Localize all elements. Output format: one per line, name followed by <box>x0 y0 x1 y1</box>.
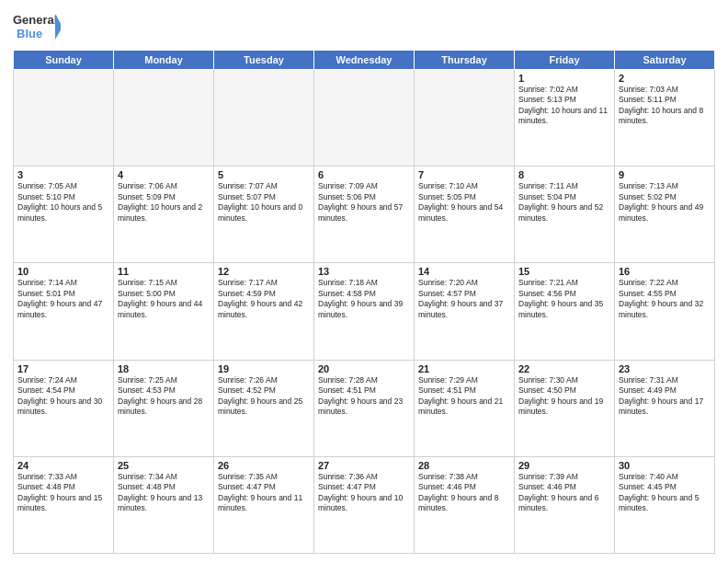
day-number: 1 <box>518 73 610 84</box>
day-number: 23 <box>619 363 711 374</box>
calendar-cell: 6Sunrise: 7:09 AM Sunset: 5:06 PM Daylig… <box>314 167 415 263</box>
day-number: 10 <box>17 266 109 277</box>
day-info: Sunrise: 7:09 AM Sunset: 5:06 PM Dayligh… <box>318 181 410 224</box>
calendar-cell: 20Sunrise: 7:28 AM Sunset: 4:51 PM Dayli… <box>314 360 415 456</box>
day-number: 27 <box>318 460 410 471</box>
calendar-cell: 30Sunrise: 7:40 AM Sunset: 4:45 PM Dayli… <box>615 456 715 553</box>
svg-marker-2 <box>55 14 61 40</box>
day-info: Sunrise: 7:06 AM Sunset: 5:09 PM Dayligh… <box>118 181 210 224</box>
svg-text:Blue: Blue <box>17 27 42 40</box>
day-info: Sunrise: 7:02 AM Sunset: 5:13 PM Dayligh… <box>518 85 610 127</box>
day-info: Sunrise: 7:15 AM Sunset: 5:00 PM Dayligh… <box>118 278 210 320</box>
day-number: 20 <box>318 363 410 374</box>
calendar-cell: 4Sunrise: 7:06 AM Sunset: 5:09 PM Daylig… <box>114 167 214 263</box>
day-info: Sunrise: 7:34 AM Sunset: 4:48 PM Dayligh… <box>118 472 210 514</box>
calendar-week-1: 1Sunrise: 7:02 AM Sunset: 5:13 PM Daylig… <box>14 70 715 167</box>
calendar-cell: 5Sunrise: 7:07 AM Sunset: 5:07 PM Daylig… <box>214 167 314 263</box>
calendar-cell: 24Sunrise: 7:33 AM Sunset: 4:48 PM Dayli… <box>14 456 114 553</box>
day-info: Sunrise: 7:38 AM Sunset: 4:46 PM Dayligh… <box>418 472 510 514</box>
calendar-cell: 22Sunrise: 7:30 AM Sunset: 4:50 PM Dayli… <box>515 360 615 456</box>
calendar-week-3: 10Sunrise: 7:14 AM Sunset: 5:01 PM Dayli… <box>14 263 715 360</box>
day-info: Sunrise: 7:07 AM Sunset: 5:07 PM Dayligh… <box>218 181 310 224</box>
calendar-cell: 25Sunrise: 7:34 AM Sunset: 4:48 PM Dayli… <box>114 456 214 553</box>
calendar-cell: 1Sunrise: 7:02 AM Sunset: 5:13 PM Daylig… <box>515 70 615 167</box>
weekday-header-saturday: Saturday <box>615 51 715 70</box>
day-number: 12 <box>218 266 310 277</box>
calendar-cell: 10Sunrise: 7:14 AM Sunset: 5:01 PM Dayli… <box>14 263 114 360</box>
day-number: 29 <box>518 460 610 471</box>
calendar-cell: 14Sunrise: 7:20 AM Sunset: 4:57 PM Dayli… <box>415 263 515 360</box>
day-number: 3 <box>17 169 109 180</box>
calendar-cell: 21Sunrise: 7:29 AM Sunset: 4:51 PM Dayli… <box>415 360 515 456</box>
calendar-cell: 29Sunrise: 7:39 AM Sunset: 4:46 PM Dayli… <box>515 456 615 553</box>
day-info: Sunrise: 7:28 AM Sunset: 4:51 PM Dayligh… <box>318 375 410 418</box>
day-info: Sunrise: 7:29 AM Sunset: 4:51 PM Dayligh… <box>418 375 510 418</box>
day-info: Sunrise: 7:24 AM Sunset: 4:54 PM Dayligh… <box>17 375 109 418</box>
day-number: 7 <box>418 169 510 180</box>
day-number: 28 <box>418 460 510 471</box>
calendar-cell: 18Sunrise: 7:25 AM Sunset: 4:53 PM Dayli… <box>114 360 214 456</box>
calendar-cell <box>214 70 314 167</box>
day-number: 4 <box>118 169 210 180</box>
svg-text:General: General <box>13 13 57 27</box>
calendar-week-5: 24Sunrise: 7:33 AM Sunset: 4:48 PM Dayli… <box>14 456 715 553</box>
day-info: Sunrise: 7:21 AM Sunset: 4:56 PM Dayligh… <box>518 278 610 320</box>
day-info: Sunrise: 7:25 AM Sunset: 4:53 PM Dayligh… <box>118 375 210 418</box>
day-info: Sunrise: 7:13 AM Sunset: 5:02 PM Dayligh… <box>619 181 711 224</box>
weekday-header-sunday: Sunday <box>14 51 114 70</box>
logo-text: General Blue <box>13 9 61 44</box>
weekday-header-row: SundayMondayTuesdayWednesdayThursdayFrid… <box>14 51 715 70</box>
day-info: Sunrise: 7:14 AM Sunset: 5:01 PM Dayligh… <box>17 278 109 320</box>
day-info: Sunrise: 7:20 AM Sunset: 4:57 PM Dayligh… <box>418 278 510 320</box>
day-number: 30 <box>619 460 711 471</box>
day-info: Sunrise: 7:33 AM Sunset: 4:48 PM Dayligh… <box>17 472 109 514</box>
day-number: 9 <box>619 169 711 180</box>
day-number: 2 <box>619 73 711 84</box>
calendar-week-2: 3Sunrise: 7:05 AM Sunset: 5:10 PM Daylig… <box>14 167 715 263</box>
calendar-cell: 28Sunrise: 7:38 AM Sunset: 4:46 PM Dayli… <box>415 456 515 553</box>
day-info: Sunrise: 7:26 AM Sunset: 4:52 PM Dayligh… <box>218 375 310 418</box>
day-number: 16 <box>619 266 711 277</box>
day-number: 24 <box>17 460 109 471</box>
day-info: Sunrise: 7:17 AM Sunset: 4:59 PM Dayligh… <box>218 278 310 320</box>
weekday-header-friday: Friday <box>515 51 615 70</box>
page: General Blue SundayMondayTuesdayWednesda… <box>0 0 728 563</box>
calendar-cell: 7Sunrise: 7:10 AM Sunset: 5:05 PM Daylig… <box>415 167 515 263</box>
day-info: Sunrise: 7:22 AM Sunset: 4:55 PM Dayligh… <box>619 278 711 320</box>
weekday-header-tuesday: Tuesday <box>214 51 314 70</box>
calendar-cell: 8Sunrise: 7:11 AM Sunset: 5:04 PM Daylig… <box>515 167 615 263</box>
weekday-header-wednesday: Wednesday <box>314 51 415 70</box>
day-number: 25 <box>118 460 210 471</box>
weekday-header-thursday: Thursday <box>415 51 515 70</box>
calendar-cell: 19Sunrise: 7:26 AM Sunset: 4:52 PM Dayli… <box>214 360 314 456</box>
day-number: 26 <box>218 460 310 471</box>
day-number: 19 <box>218 363 310 374</box>
calendar-cell: 9Sunrise: 7:13 AM Sunset: 5:02 PM Daylig… <box>615 167 715 263</box>
day-info: Sunrise: 7:35 AM Sunset: 4:47 PM Dayligh… <box>218 472 310 514</box>
header: General Blue <box>13 9 715 44</box>
day-number: 17 <box>17 363 109 374</box>
calendar-cell <box>415 70 515 167</box>
day-number: 6 <box>318 169 410 180</box>
day-info: Sunrise: 7:31 AM Sunset: 4:49 PM Dayligh… <box>619 375 711 418</box>
calendar-cell: 23Sunrise: 7:31 AM Sunset: 4:49 PM Dayli… <box>615 360 715 456</box>
calendar-cell: 26Sunrise: 7:35 AM Sunset: 4:47 PM Dayli… <box>214 456 314 553</box>
day-info: Sunrise: 7:10 AM Sunset: 5:05 PM Dayligh… <box>418 181 510 224</box>
day-number: 8 <box>518 169 610 180</box>
calendar-cell <box>14 70 114 167</box>
day-info: Sunrise: 7:03 AM Sunset: 5:11 PM Dayligh… <box>619 85 711 127</box>
calendar-table: SundayMondayTuesdayWednesdayThursdayFrid… <box>13 50 715 554</box>
calendar-cell <box>114 70 214 167</box>
day-info: Sunrise: 7:39 AM Sunset: 4:46 PM Dayligh… <box>518 472 610 514</box>
day-info: Sunrise: 7:05 AM Sunset: 5:10 PM Dayligh… <box>17 181 109 224</box>
day-number: 14 <box>418 266 510 277</box>
day-number: 11 <box>118 266 210 277</box>
day-number: 18 <box>118 363 210 374</box>
day-number: 5 <box>218 169 310 180</box>
calendar-cell <box>314 70 415 167</box>
calendar-cell: 27Sunrise: 7:36 AM Sunset: 4:47 PM Dayli… <box>314 456 415 553</box>
calendar-cell: 15Sunrise: 7:21 AM Sunset: 4:56 PM Dayli… <box>515 263 615 360</box>
day-info: Sunrise: 7:11 AM Sunset: 5:04 PM Dayligh… <box>518 181 610 224</box>
day-info: Sunrise: 7:40 AM Sunset: 4:45 PM Dayligh… <box>619 472 711 514</box>
calendar-cell: 3Sunrise: 7:05 AM Sunset: 5:10 PM Daylig… <box>14 167 114 263</box>
